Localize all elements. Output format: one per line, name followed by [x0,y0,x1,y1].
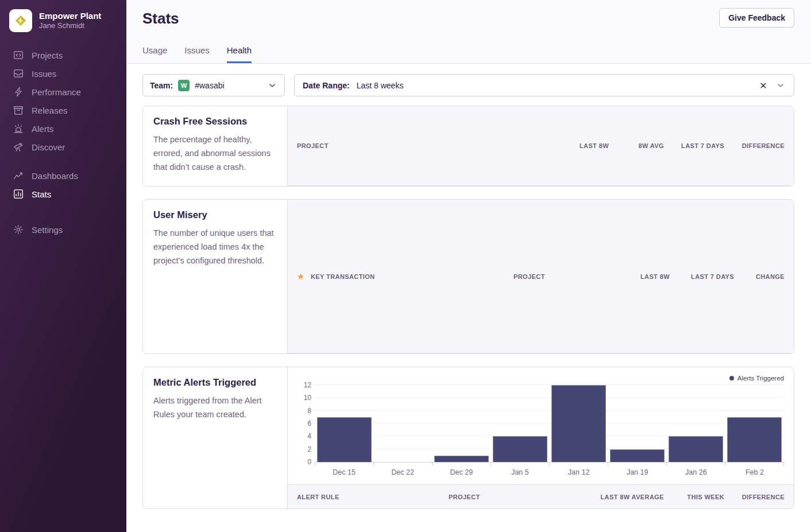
content-area: Team: W #wasabi Date Range: Last 8 weeks [126,64,811,532]
org-logo [9,9,32,32]
projects-icon [13,50,24,60]
bar-dec-15 [317,417,372,462]
metric-alerts-description-card: Metric Alerts Triggered Alerts triggered… [143,367,288,508]
panel-title: Metric Alerts Triggered [153,377,277,388]
bar-jan-12 [551,385,606,462]
metric-alerts-chart-section: Alerts Triggered 024681012 Dec 15Dec 22D… [288,367,794,508]
x-axis-ticks [315,463,784,465]
sidebar-item-projects[interactable]: Projects [0,46,126,64]
team-avatar: W [178,80,190,91]
team-select[interactable]: Team: W #wasabi [142,74,285,96]
legend-label: Alerts Triggered [737,375,784,382]
x-axis-label: Jan 19 [608,468,667,476]
tab-health[interactable]: Health [227,45,252,63]
x-axis-label: Jan 26 [667,468,725,476]
crash-free-table-header: Project Last 8W 8W Avg Last 7 Days Diffe… [288,106,794,186]
legend-dot-icon [729,376,734,380]
x-axis-label: Dec 29 [432,468,491,476]
panel-description: The percentage of healthy, errored, and … [153,133,277,174]
user-misery-description-card: User Misery The number of unique users t… [143,200,288,354]
x-axis-labels: Dec 15Dec 22Dec 29Jan 5Jan 12Jan 19Jan 2… [315,468,784,483]
y-axis-tick-label: 4 [296,432,311,440]
crash-free-table: Project Last 8W 8W Avg Last 7 Days Diffe… [288,106,794,186]
discover-icon [13,142,24,152]
releases-icon [13,105,24,115]
x-axis-label: Feb 2 [725,468,784,476]
y-axis-tick-label: 8 [296,407,311,415]
sidebar-item-settings[interactable]: Settings [0,220,126,239]
filter-row: Team: W #wasabi Date Range: Last 8 weeks [142,74,794,96]
chart-legend: Alerts Triggered [298,373,784,383]
y-axis-tick-label: 2 [296,445,311,453]
bar-feb-2 [727,417,782,462]
sidebar-item-releases[interactable]: Releases [0,101,126,119]
user-misery-panel: User Misery The number of unique users t… [142,199,794,354]
clear-date-icon[interactable] [758,80,768,91]
performance-icon [13,87,24,97]
team-select-label: Team: [150,81,173,90]
x-axis-label: Jan 5 [491,468,549,476]
tab-usage[interactable]: Usage [142,45,167,63]
x-axis-label: Jan 12 [550,468,608,476]
star-icon: ★ [297,272,304,281]
bar-jan-5 [493,436,547,462]
team-select-value: #wasabi [195,81,262,90]
bar-dec-29 [434,456,489,462]
sidebar-nav-primary: ProjectsIssuesPerformanceReleasesAlertsD… [0,46,126,156]
panel-title: User Misery [153,209,277,220]
sidebar-item-dashboards[interactable]: Dashboards [0,166,126,185]
user-name: Jane Schmidt [39,21,101,30]
sidebar-item-label: Settings [32,225,63,235]
sidebar-item-issues[interactable]: Issues [0,64,126,83]
sidebar-item-label: Dashboards [32,171,78,181]
panel-title: Crash Free Sessions [153,116,277,127]
x-axis-label: Dec 22 [373,468,432,476]
table-row: ★/organizations/:orgId/stats/team/JSjava… [288,354,794,354]
sidebar-nav-footer: Settings [0,220,126,239]
sidebar-item-label: Projects [32,51,63,60]
metric-alerts-panel: Metric Alerts Triggered Alerts triggered… [142,367,794,509]
sidebar-item-label: Releases [32,106,68,115]
alert-rules-table-header: Alert Rule Project Last 8W Average This … [288,484,794,508]
page-header: Stats Give Feedback Usage Issues Health [126,0,811,64]
alerts-chart-plot: 024681012 [315,386,784,463]
issues-icon [13,68,24,79]
crash-free-sessions-panel: Crash Free Sessions The percentage of he… [142,106,794,187]
crash-free-description-card: Crash Free Sessions The percentage of he… [143,106,288,186]
user-misery-table-header: ★ Key Transaction Project Last 8W Last 7… [288,200,794,354]
sidebar-item-performance[interactable]: Performance [0,83,126,101]
chevron-down-icon [775,80,786,91]
sidebar-item-label: Issues [32,69,56,79]
sidebar-item-label: Discover [32,142,65,152]
bar-jan-26 [669,436,723,462]
alerts-triggered-chart: Alerts Triggered 024681012 Dec 15Dec 22D… [288,367,794,483]
chart-bars [315,386,784,462]
panel-description: Alerts triggered from the Alert Rules yo… [153,394,277,421]
panel-description: The number of unique users that experien… [153,226,277,267]
crash-free-table-body: JSjavascript99.702%99.632%0.07% ↓sentry9… [288,186,794,187]
sidebar-item-stats[interactable]: Stats [0,185,126,203]
y-axis-tick-label: 10 [296,394,311,402]
sidebar: Empower Plant Jane Schmidt ProjectsIssue… [0,0,126,532]
stats-icon [13,189,24,199]
dashboards-icon [13,170,24,181]
sidebar-item-label: Alerts [32,124,53,134]
sidebar-nav-secondary: DashboardsStats [0,166,126,203]
y-axis-tick-label: 0 [296,458,311,466]
sidebar-item-alerts[interactable]: Alerts [0,119,126,138]
user-misery-table: ★ Key Transaction Project Last 8W Last 7… [288,200,794,354]
org-switcher[interactable]: Empower Plant Jane Schmidt [0,0,126,46]
user-misery-table-body: ★/organizations/:orgId/stats/team/JSjava… [288,354,794,354]
date-range-value: Last 8 weeks [357,81,751,90]
tab-issues[interactable]: Issues [184,45,209,63]
y-axis-tick-label: 6 [296,420,311,428]
sidebar-item-label: Stats [32,189,51,199]
org-name: Empower Plant [39,11,101,22]
sidebar-item-discover[interactable]: Discover [0,138,126,156]
empower-plant-logo-icon [13,13,28,28]
chevron-down-icon [267,80,277,91]
give-feedback-button[interactable]: Give Feedback [719,8,794,28]
date-range-select[interactable]: Date Range: Last 8 weeks [294,74,794,96]
page-title: Stats [142,10,179,28]
tab-bar: Usage Issues Health [142,45,252,63]
